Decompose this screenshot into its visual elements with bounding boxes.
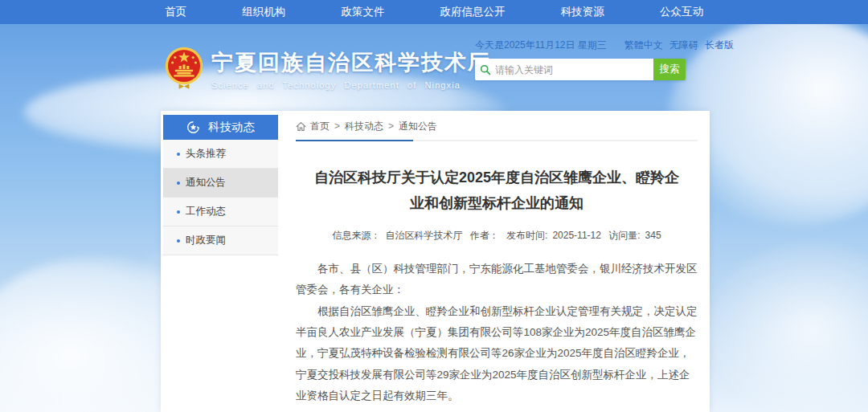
article-area: 首页 > 科技动态 > 通知公告 自治区科技厅关于认定2025年度自治区雏鹰企业… [296, 117, 698, 412]
sidebar-item-politics-news[interactable]: 时政要闻 [163, 226, 278, 255]
nav-item-gov-info[interactable]: 政府信息公开 [432, 0, 514, 24]
sidebar-item-work-news[interactable]: 工作动态 [163, 198, 278, 226]
article-meta: 信息来源：自治区科学技术厅 作者： 发布时间:2025-11-12 访问量:34… [296, 229, 698, 243]
bullet-dot-icon [177, 239, 180, 243]
nav-item-public-interaction[interactable]: 公众互动 [652, 0, 711, 24]
article-body: 各市、县（区）科技管理部门，宁东能源化工基地管委会，银川经济技术开发区管委会，各… [296, 259, 698, 406]
bullet-dot-icon [177, 210, 180, 214]
sci-news-icon [186, 120, 200, 134]
home-icon [296, 121, 306, 132]
breadcrumb-notices[interactable]: 通知公告 [399, 120, 437, 133]
meta-views-label: 访问量: [608, 230, 640, 241]
elderly-version-link[interactable]: 长者版 [705, 39, 734, 52]
sidebar: 科技动态 头条推荐 通知公告 工作动态 时政要闻 [163, 115, 278, 255]
bullet-dot-icon [177, 182, 180, 185]
site-title: 宁夏回族自治区科学技术厅 [211, 48, 491, 77]
breadcrumb-sci-news[interactable]: 科技动态 [345, 120, 383, 133]
meta-views: 345 [645, 230, 661, 241]
meta-author-label: 作者： [470, 230, 499, 241]
site-subtitle: Science and Technology Department of Nin… [211, 80, 491, 90]
meta-source-label: 信息来源： [332, 230, 380, 241]
nav-item-organization[interactable]: 组织机构 [234, 0, 293, 24]
breadcrumb-home[interactable]: 首页 [310, 120, 330, 133]
nav-item-sci-resources[interactable]: 科技资源 [553, 0, 612, 24]
bullet-dot-icon [177, 153, 180, 156]
search-button[interactable]: 搜索 [653, 59, 686, 80]
search-icon [480, 64, 491, 75]
article-paragraph: 各市、县（区）科技管理部门，宁东能源化工基地管委会，银川经济技术开发区管委会，各… [296, 259, 698, 301]
meta-source: 自治区科学技术厅 [385, 230, 462, 241]
breadcrumb: 首页 > 科技动态 > 通知公告 [296, 117, 698, 135]
cloud-decoration [707, 241, 868, 412]
traditional-chinese-link[interactable]: 繁體中文 [624, 39, 663, 52]
article-title: 自治区科技厅关于认定2025年度自治区雏鹰企业、瞪羚企业和创新型标杆企业的通知 [308, 165, 686, 216]
sidebar-title: 科技动态 [208, 120, 255, 135]
main-panel: 科技动态 头条推荐 通知公告 工作动态 时政要闻 [161, 111, 710, 412]
search-input[interactable] [495, 64, 649, 75]
site-header: 宁夏回族自治区科学技术厅 Science and Technology Depa… [161, 24, 710, 111]
meta-publish-date: 2025-11-12 [552, 230, 601, 241]
article-paragraph: 根据自治区雏鹰企业、瞪羚企业和创新型标杆企业认定管理有关规定，决定认定半亩良人农… [296, 301, 698, 407]
sidebar-item-headlines[interactable]: 头条推荐 [163, 140, 278, 169]
accessibility-link[interactable]: 无障碍 [669, 39, 698, 52]
current-date: 今天是2025年11月12日 星期三 [475, 39, 607, 52]
nav-item-home[interactable]: 首页 [157, 0, 194, 24]
sidebar-header: 科技动态 [163, 115, 278, 140]
site-brand: 宁夏回族自治区科学技术厅 Science and Technology Depa… [163, 47, 491, 92]
breadcrumb-divider [296, 140, 698, 141]
national-emblem-logo [163, 47, 205, 92]
nav-item-policy[interactable]: 政策文件 [333, 0, 392, 24]
top-navigation-bar: 首页 组织机构 政策文件 政府信息公开 科技资源 公众互动 [0, 0, 868, 24]
sidebar-item-notices[interactable]: 通知公告 [163, 169, 278, 198]
search-bar: 搜索 [475, 59, 686, 80]
meta-publish-label: 发布时间: [506, 230, 547, 241]
